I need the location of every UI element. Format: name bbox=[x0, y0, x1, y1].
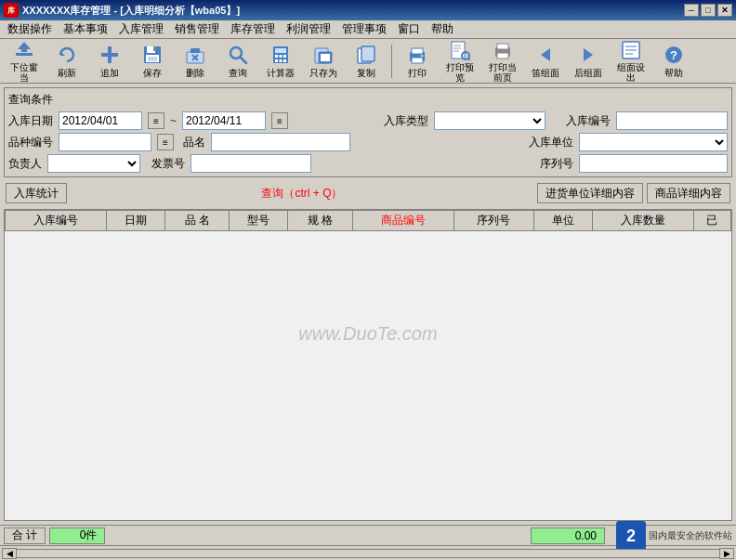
save-icon bbox=[141, 44, 164, 66]
help-icon: ? bbox=[663, 44, 685, 66]
hscroll-track bbox=[17, 549, 719, 558]
svg-marker-42 bbox=[541, 48, 550, 61]
toolbar-print-preview-label: 打印预览 bbox=[442, 62, 478, 83]
sequence-input[interactable] bbox=[579, 154, 728, 173]
hscroll-right-btn[interactable]: ▶ bbox=[719, 548, 734, 559]
hscroll-left-btn[interactable]: ◀ bbox=[2, 548, 17, 559]
app-icon: 库 bbox=[4, 3, 19, 18]
toolbar-copy-label: 复制 bbox=[357, 68, 375, 78]
data-table: 入库编号 日期 品 名 型号 规 格 商品编号 序列号 单位 入库数量 已 bbox=[5, 210, 731, 231]
copy-icon bbox=[355, 44, 377, 66]
toolbar-print-btn[interactable]: 打印 bbox=[397, 41, 438, 82]
toolbar-next-btn[interactable]: 后组面 bbox=[568, 41, 609, 82]
toolbar-query-btn[interactable]: 查询 bbox=[217, 41, 258, 82]
footer-amount: 0.00 bbox=[531, 527, 605, 544]
responsible-select[interactable] bbox=[47, 154, 140, 173]
toolbar-page-setup-label: 组面设出 bbox=[613, 62, 649, 83]
menu-help[interactable]: 帮助 bbox=[426, 20, 459, 38]
menu-inventory-mgmt[interactable]: 库存管理 bbox=[225, 20, 281, 38]
menu-bar: 数据操作 基本事项 入库管理 销售管理 库存管理 利润管理 管理事项 窗口 帮助 bbox=[0, 20, 736, 39]
data-table-container: 入库编号 日期 品 名 型号 规 格 商品编号 序列号 单位 入库数量 已 ww… bbox=[4, 209, 732, 521]
saveas-icon bbox=[312, 44, 335, 66]
delete-icon bbox=[184, 44, 206, 66]
type-select[interactable] bbox=[434, 111, 545, 130]
product-name-input[interactable] bbox=[211, 133, 350, 151]
toolbar-saveas-btn[interactable]: 只存为 bbox=[303, 41, 344, 82]
toolbar-add-label: 追加 bbox=[100, 68, 119, 78]
toolbar-calc-btn[interactable]: 计算器 bbox=[260, 41, 301, 82]
toolbar-download-label: 下位窗当 bbox=[7, 62, 42, 83]
download-icon bbox=[13, 40, 35, 60]
date-to-picker-btn[interactable]: ≡ bbox=[271, 112, 288, 129]
toolbar-add-btn[interactable]: 追加 bbox=[89, 41, 130, 82]
menu-data-ops[interactable]: 数据操作 bbox=[2, 20, 58, 38]
sequence-label: 序列号 bbox=[540, 156, 573, 172]
unit-label: 入库单位 bbox=[529, 135, 573, 150]
toolbar-delete-btn[interactable]: 删除 bbox=[175, 41, 216, 82]
id-label: 入库编号 bbox=[566, 113, 611, 129]
col-serial-no: 序列号 bbox=[453, 211, 533, 231]
toolbar-print-page-label: 打印当前页 bbox=[485, 62, 520, 83]
svg-marker-43 bbox=[584, 48, 593, 61]
toolbar-download-btn[interactable]: 下位窗当 bbox=[4, 41, 45, 82]
footer-count: 0件 bbox=[49, 527, 105, 544]
date-from-picker-btn[interactable]: ≡ bbox=[148, 112, 164, 129]
product-code-label: 品种编号 bbox=[8, 135, 53, 150]
toolbar-query-label: 查询 bbox=[229, 68, 247, 78]
date-label: 入库日期 bbox=[8, 113, 53, 129]
menu-admin-items[interactable]: 管理事项 bbox=[336, 20, 392, 38]
menu-basic-items[interactable]: 基本事项 bbox=[58, 20, 113, 38]
menu-sales-mgmt[interactable]: 销售管理 bbox=[169, 20, 225, 38]
unit-select[interactable] bbox=[579, 133, 728, 151]
query-panel: 查询条件 入库日期 ≡ ~ ≡ 入库类型 入库编号 品种 bbox=[4, 87, 732, 177]
col-spec: 规 格 bbox=[288, 211, 352, 231]
toolbar-delete-label: 删除 bbox=[186, 68, 204, 78]
date-tilde: ~ bbox=[170, 114, 177, 127]
toolbar-print-preview-btn[interactable]: 打印预览 bbox=[440, 41, 480, 82]
invoice-input[interactable] bbox=[191, 154, 311, 173]
toolbar: 下位窗当 刷新 追加 保存 删除 查询 计算器 bbox=[0, 39, 736, 84]
svg-rect-7 bbox=[153, 46, 156, 51]
product-code-input[interactable] bbox=[59, 133, 151, 151]
toolbar-prev-btn[interactable]: 笛组面 bbox=[525, 41, 566, 82]
print-page-icon bbox=[492, 40, 514, 60]
menu-inbound-mgmt[interactable]: 入库管理 bbox=[113, 20, 169, 38]
menu-interest-mgmt[interactable]: 利润管理 bbox=[281, 20, 336, 38]
toolbar-refresh-btn[interactable]: 刷新 bbox=[46, 41, 87, 82]
query-row-2: 品种编号 ≡ 品名 入库单位 bbox=[8, 133, 728, 151]
title-bar-controls[interactable]: ─ □ ✕ bbox=[684, 4, 732, 17]
svg-line-35 bbox=[468, 59, 470, 60]
menu-window[interactable]: 窗口 bbox=[392, 20, 426, 38]
toolbar-print-page-btn[interactable]: 打印当前页 bbox=[482, 41, 523, 82]
svg-rect-26 bbox=[321, 54, 330, 61]
product-code-browse-btn[interactable]: ≡ bbox=[157, 134, 174, 150]
close-button[interactable]: ✕ bbox=[717, 4, 732, 17]
svg-rect-17 bbox=[275, 48, 286, 53]
toolbar-refresh-label: 刷新 bbox=[58, 68, 76, 78]
calc-icon bbox=[269, 44, 292, 66]
supplier-detail-button[interactable]: 进货单位详细内容 bbox=[537, 183, 643, 203]
maximize-button[interactable]: □ bbox=[701, 4, 716, 17]
svg-rect-19 bbox=[280, 55, 283, 58]
footer-bar: 合 计 0件 0.00 2 国内最安全的软件站 bbox=[0, 525, 736, 545]
col-inbound-no: 入库编号 bbox=[6, 211, 107, 231]
footer-total-label: 合 计 bbox=[4, 527, 46, 544]
product-detail-button[interactable]: 商品详细内容 bbox=[647, 183, 730, 203]
toolbar-save-btn[interactable]: 保存 bbox=[132, 41, 173, 82]
col-product-code: 商品编号 bbox=[352, 211, 453, 231]
toolbar-help-btn[interactable]: ? 帮助 bbox=[653, 41, 694, 82]
type-label: 入库类型 bbox=[384, 113, 428, 129]
date-to-input[interactable] bbox=[182, 111, 266, 130]
query-icon bbox=[227, 44, 249, 66]
minimize-button[interactable]: ─ bbox=[684, 4, 699, 17]
action-right: 进货单位详细内容 商品详细内容 bbox=[537, 183, 730, 203]
toolbar-saveas-label: 只存为 bbox=[309, 68, 337, 78]
svg-rect-18 bbox=[275, 55, 278, 58]
id-input[interactable] bbox=[616, 111, 728, 130]
svg-rect-13 bbox=[191, 48, 200, 53]
svg-marker-2 bbox=[60, 51, 65, 56]
stats-button[interactable]: 入库统计 bbox=[6, 183, 67, 203]
toolbar-copy-btn[interactable]: 复制 bbox=[346, 41, 387, 82]
toolbar-page-setup-btn[interactable]: 组面设出 bbox=[611, 41, 651, 82]
date-from-input[interactable] bbox=[59, 111, 142, 130]
